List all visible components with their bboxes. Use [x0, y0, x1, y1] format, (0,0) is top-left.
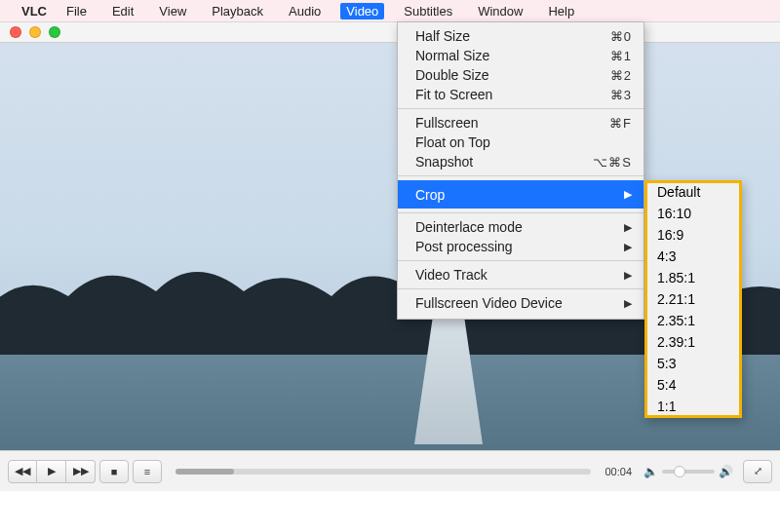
menu-item-label: Normal Size [415, 48, 610, 63]
menu-item-fit-to-screen[interactable]: Fit to Screen⌘3 [398, 85, 644, 104]
menu-item-label: Snapshot [415, 154, 593, 170]
menu-audio[interactable]: Audio [283, 3, 327, 19]
playback-controls: ◀◀ ▶ ▶▶ ■ ≡ 00:04 🔈 🔊 ⤢ [0, 450, 780, 491]
menu-item-shortcut: ⌘1 [610, 49, 632, 63]
menu-item-label: Fullscreen [415, 115, 609, 131]
menu-item-label: Deinterlace mode [415, 219, 624, 235]
menu-item-float-on-top[interactable]: Float on Top [398, 133, 644, 152]
submenu-arrow-icon: ▶ [624, 269, 632, 282]
menu-item-label: Fullscreen Video Device [415, 295, 624, 311]
menu-separator [398, 108, 644, 109]
window-titlebar [0, 21, 780, 43]
menu-view[interactable]: View [153, 3, 192, 19]
menu-separator [398, 212, 644, 213]
menu-separator [398, 288, 644, 289]
window-zoom-button[interactable] [49, 26, 60, 38]
volume-high-icon[interactable]: 🔊 [719, 465, 733, 478]
highlight-frame-crop [0, 491, 780, 519]
submenu-arrow-icon: ▶ [624, 241, 632, 253]
menu-item-label: Crop [415, 187, 624, 203]
menu-help[interactable]: Help [542, 3, 580, 19]
volume-controls: 🔈 🔊 [644, 465, 733, 478]
transport-buttons: ◀◀ ▶ ▶▶ [8, 460, 96, 483]
menu-item-post-processing[interactable]: Post processing▶ [398, 237, 644, 256]
volume-slider[interactable] [662, 470, 715, 474]
volume-knob[interactable] [674, 466, 685, 477]
system-menubar: VLC File Edit View Playback Audio Video … [0, 0, 780, 21]
menu-video[interactable]: Video [340, 3, 384, 19]
menu-item-normal-size[interactable]: Normal Size⌘1 [398, 46, 644, 65]
crop-option-1-1[interactable]: 1:1 [645, 396, 741, 417]
progress-slider[interactable] [176, 469, 591, 475]
forward-button[interactable]: ▶▶ [66, 460, 96, 483]
window-minimize-button[interactable] [29, 26, 41, 38]
submenu-arrow-icon: ▶ [624, 221, 632, 234]
menu-item-video-track[interactable]: Video Track▶ [398, 265, 644, 285]
volume-low-icon[interactable]: 🔈 [644, 465, 658, 478]
crop-option-2-39-1[interactable]: 2.39:1 [645, 331, 741, 353]
menu-item-label: Video Track [415, 267, 624, 283]
menu-item-half-size[interactable]: Half Size⌘0 [398, 26, 644, 46]
menu-item-label: Fit to Screen [415, 87, 610, 102]
fullscreen-button[interactable]: ⤢ [743, 460, 772, 483]
crop-option-1-85-1[interactable]: 1.85:1 [645, 267, 741, 288]
menu-item-shortcut: ⌥⌘S [593, 155, 632, 170]
crop-option-5-3[interactable]: 5:3 [645, 353, 741, 374]
menu-item-crop[interactable]: Crop▶ [398, 180, 644, 209]
rewind-button[interactable]: ◀◀ [8, 460, 37, 483]
menu-subtitles[interactable]: Subtitles [398, 3, 458, 19]
menu-item-shortcut: ⌘3 [610, 88, 632, 102]
menu-item-double-size[interactable]: Double Size⌘2 [398, 65, 644, 85]
menu-item-shortcut: ⌘0 [610, 29, 632, 44]
menu-item-shortcut: ⌘F [609, 116, 632, 131]
menu-file[interactable]: File [60, 3, 93, 19]
crop-option-default[interactable]: Default [645, 181, 741, 203]
submenu-arrow-icon: ▶ [624, 297, 632, 310]
crop-option-2-35-1[interactable]: 2.35:1 [645, 310, 741, 331]
playlist-button[interactable]: ≡ [133, 460, 162, 483]
time-elapsed: 00:04 [604, 466, 632, 477]
submenu-arrow-icon: ▶ [624, 188, 632, 201]
window-close-button[interactable] [10, 26, 21, 38]
menu-item-deinterlace-mode[interactable]: Deinterlace mode▶ [398, 217, 644, 237]
app-name[interactable]: VLC [21, 4, 47, 19]
menu-item-label: Float on Top [415, 134, 632, 150]
menu-item-fullscreen[interactable]: Fullscreen⌘F [398, 113, 644, 133]
crop-option-16-9[interactable]: 16:9 [645, 224, 741, 246]
menu-edit[interactable]: Edit [106, 3, 139, 19]
crop-option-16-10[interactable]: 16:10 [645, 203, 741, 224]
menu-separator [398, 175, 644, 176]
menu-item-label: Half Size [415, 28, 610, 44]
crop-option-4-3[interactable]: 4:3 [645, 246, 741, 267]
video-dropdown-menu: Half Size⌘0Normal Size⌘1Double Size⌘2Fit… [397, 21, 644, 320]
menu-playback[interactable]: Playback [206, 3, 269, 19]
menu-item-snapshot[interactable]: Snapshot⌥⌘S [398, 152, 644, 171]
menu-item-label: Post processing [415, 239, 624, 254]
play-button[interactable]: ▶ [37, 460, 66, 483]
progress-fill [176, 469, 234, 475]
menu-window[interactable]: Window [472, 3, 528, 19]
menu-item-label: Double Size [415, 67, 610, 83]
crop-option-2-21-1[interactable]: 2.21:1 [645, 288, 741, 310]
menu-item-fullscreen-video-device[interactable]: Fullscreen Video Device▶ [398, 293, 644, 313]
stop-button[interactable]: ■ [99, 460, 129, 483]
crop-option-5-4[interactable]: 5:4 [645, 374, 741, 396]
menu-item-shortcut: ⌘2 [610, 68, 632, 83]
menu-separator [398, 260, 644, 261]
crop-submenu: Default16:1016:94:31.85:12.21:12.35:12.3… [644, 180, 742, 418]
